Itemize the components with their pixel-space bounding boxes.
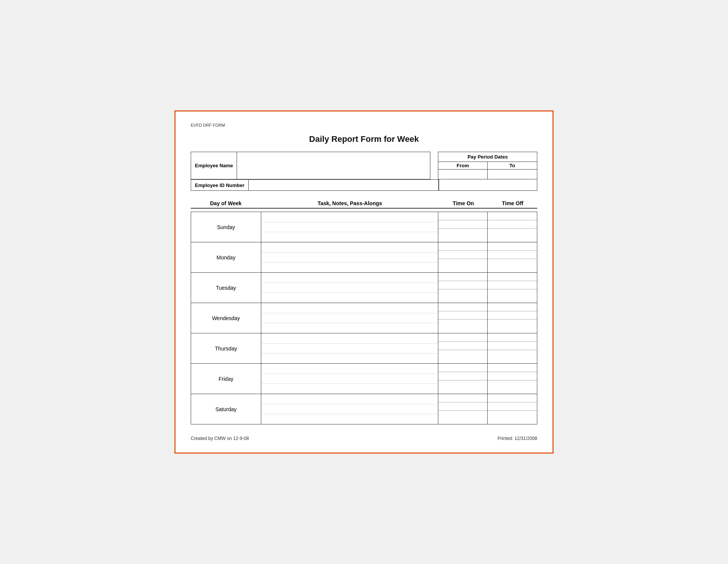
time-on-monday[interactable] xyxy=(438,242,488,272)
tasks-tuesday[interactable] xyxy=(261,273,438,303)
footer: Created by CMW on 12-9-08 Printed: 12/31… xyxy=(191,436,537,441)
pay-period-to-input[interactable] xyxy=(488,170,537,179)
pay-period-from-input[interactable] xyxy=(438,170,487,179)
pay-period-dates: From To xyxy=(438,162,537,179)
time-on-saturday[interactable] xyxy=(438,394,488,424)
employee-id-label: Employee ID Number xyxy=(191,179,249,191)
table-row: Friday xyxy=(191,364,537,394)
time-off-tuesday[interactable] xyxy=(488,273,537,303)
time-on-tuesday[interactable] xyxy=(438,273,488,303)
table-row: Sunday xyxy=(191,212,537,242)
time-off-monday[interactable] xyxy=(488,242,537,272)
time-on-thursday[interactable] xyxy=(438,333,488,363)
table-row: Saturday xyxy=(191,394,537,424)
time-off-thursday[interactable] xyxy=(488,333,537,363)
day-tuesday: Tuesday xyxy=(191,273,261,303)
tasks-saturday[interactable] xyxy=(261,394,438,424)
col-header-day: Day of Week xyxy=(191,200,261,206)
day-sunday: Sunday xyxy=(191,212,261,242)
page-wrapper: EVFD DRF FORM Daily Report Form for Week… xyxy=(174,110,554,454)
employee-name-label: Employee Name xyxy=(191,152,237,179)
table-row: Wendesday xyxy=(191,303,537,333)
day-friday: Friday xyxy=(191,364,261,394)
pay-period-from-col: From xyxy=(438,162,488,179)
pay-period-empty xyxy=(439,179,537,191)
employee-id-input[interactable] xyxy=(249,179,439,191)
tasks-thursday[interactable] xyxy=(261,333,438,363)
tasks-monday[interactable] xyxy=(261,242,438,272)
day-saturday: Saturday xyxy=(191,394,261,424)
time-off-sunday[interactable] xyxy=(488,212,537,242)
pay-period-from-label: From xyxy=(438,162,487,170)
time-on-sunday[interactable] xyxy=(438,212,488,242)
day-wednesday: Wendesday xyxy=(191,303,261,333)
column-headers: Day of Week Task, Notes, Pass-Alongs Tim… xyxy=(191,200,537,209)
pay-period-to-label: To xyxy=(488,162,537,170)
footer-created: Created by CMW on 12-9-08 xyxy=(191,436,249,441)
schedule-table: Sunday Monday xyxy=(191,212,537,424)
day-monday: Monday xyxy=(191,242,261,272)
pay-period-to-col: To xyxy=(488,162,537,179)
table-row: Thursday xyxy=(191,333,537,364)
pay-period-section: Pay Period Dates From To xyxy=(438,152,537,179)
col-header-timeoff: Time Off xyxy=(488,200,537,206)
table-row: Monday xyxy=(191,242,537,273)
form-label: EVFD DRF FORM xyxy=(191,123,537,127)
footer-printed: Printed: 12/31/2008 xyxy=(497,436,537,441)
header-row1: Employee Name Pay Period Dates From To xyxy=(191,152,537,179)
time-off-friday[interactable] xyxy=(488,364,537,394)
pay-period-title: Pay Period Dates xyxy=(438,152,537,162)
time-off-saturday[interactable] xyxy=(488,394,537,424)
col-header-timeon: Time On xyxy=(439,200,488,206)
table-row: Tuesday xyxy=(191,273,537,303)
tasks-friday[interactable] xyxy=(261,364,438,394)
time-off-wednesday[interactable] xyxy=(488,303,537,333)
tasks-wednesday[interactable] xyxy=(261,303,438,333)
day-thursday: Thursday xyxy=(191,333,261,363)
tasks-sunday[interactable] xyxy=(261,212,438,242)
time-on-wednesday[interactable] xyxy=(438,303,488,333)
col-header-tasks: Task, Notes, Pass-Alongs xyxy=(261,200,439,206)
header-row2: Employee ID Number xyxy=(191,179,537,191)
page-title: Daily Report Form for Week xyxy=(191,134,537,144)
time-on-friday[interactable] xyxy=(438,364,488,394)
employee-name-input[interactable] xyxy=(237,152,430,179)
